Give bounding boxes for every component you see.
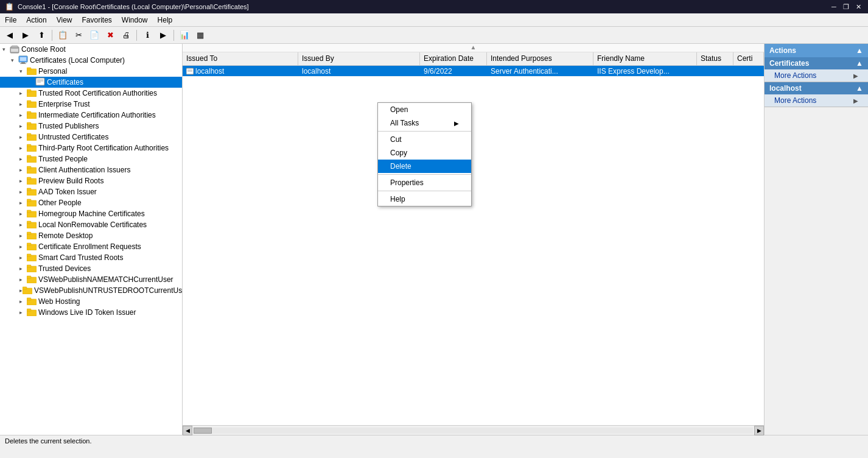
tree-expand-arrow[interactable]: ▾ xyxy=(2,46,10,52)
main-area: ▾Console Root▾Certificates (Local Comput… xyxy=(0,44,868,435)
col-header-2[interactable]: Expiration Date xyxy=(420,52,487,65)
tree-expand-arrow[interactable]: ▾ xyxy=(19,68,27,74)
tree-expand-arrow[interactable]: ▸ xyxy=(19,200,27,206)
tree-expand-arrow[interactable]: ▸ xyxy=(19,244,27,250)
tree-expand-arrow[interactable]: ▸ xyxy=(19,101,27,107)
scroll-right-btn[interactable]: ▶ xyxy=(754,426,764,435)
menu-action[interactable]: Action xyxy=(21,13,51,26)
tree-expand-arrow[interactable]: ▸ xyxy=(19,123,27,129)
tree-item-5[interactable]: ▸Enterprise Trust xyxy=(0,99,182,110)
context-menu-item-open[interactable]: Open xyxy=(378,103,471,116)
menu-file[interactable]: File xyxy=(0,13,21,26)
tree-item-10[interactable]: ▸Trusted People xyxy=(0,153,182,164)
minimize-button[interactable]: ─ xyxy=(829,2,839,12)
tree-item-24[interactable]: ▸Windows Live ID Token Issuer xyxy=(0,307,182,318)
table-cell-0-6 xyxy=(733,70,764,72)
toolbar-cut[interactable]: ✂ xyxy=(71,29,86,42)
toolbar-paste[interactable]: 📄 xyxy=(87,29,102,42)
tree-expand-arrow[interactable]: ▸ xyxy=(19,266,27,272)
tree-expand-arrow[interactable]: ▸ xyxy=(19,90,27,96)
toolbar-properties[interactable]: ℹ xyxy=(140,29,155,42)
tree-item-9[interactable]: ▸Third-Party Root Certification Authorit… xyxy=(0,143,182,153)
tree-expand-arrow[interactable]: ▸ xyxy=(19,298,27,305)
tree-item-22[interactable]: ▸VSWebPublishUNTRUSTEDROOTCurrentUs xyxy=(0,285,182,296)
tree-expand-arrow[interactable]: ▸ xyxy=(19,178,27,184)
col-header-0[interactable]: Issued To xyxy=(183,52,298,65)
toolbar-options[interactable]: ▦ xyxy=(193,29,208,42)
tree-item-16[interactable]: ▸Local NonRemovable Certificates xyxy=(0,219,182,230)
col-header-5[interactable]: Status xyxy=(697,52,733,65)
tree-item-21[interactable]: ▸VSWebPublishNAMEMATCHCurrentUser xyxy=(0,274,182,285)
toolbar-up[interactable]: ⬆ xyxy=(34,29,49,42)
tree-item-0[interactable]: ▾Console Root xyxy=(0,44,182,55)
col-header-1[interactable]: Issued By xyxy=(298,52,420,65)
close-button[interactable]: ✕ xyxy=(853,2,863,12)
scroll-thumb[interactable] xyxy=(194,428,212,434)
tree-expand-arrow[interactable]: ▸ xyxy=(19,134,27,140)
toolbar-show-hide[interactable]: 📊 xyxy=(177,29,192,42)
menu-favorites[interactable]: Favorites xyxy=(77,13,117,26)
toolbar-delete[interactable]: ✖ xyxy=(103,29,117,42)
tree-expand-arrow[interactable]: ▸ xyxy=(19,222,27,228)
tree-item-3[interactable]: Certificates xyxy=(0,77,182,88)
tree-expand-arrow[interactable]: ▸ xyxy=(19,211,27,217)
menu-view[interactable]: View xyxy=(52,13,77,26)
context-menu: OpenAll Tasks▶CutCopyDeletePropertiesHel… xyxy=(377,102,472,206)
tree-item-4[interactable]: ▸Trusted Root Certification Authorities xyxy=(0,88,182,99)
tree-item-18[interactable]: ▸Certificate Enrollment Requests xyxy=(0,241,182,252)
more-actions-cert[interactable]: More Actions ▶ xyxy=(765,69,868,82)
col-header-4[interactable]: Friendly Name xyxy=(593,52,697,65)
context-menu-item-copy[interactable]: Copy xyxy=(378,146,471,160)
tree-item-13[interactable]: ▸AAD Token Issuer xyxy=(0,186,182,197)
tree-item-12[interactable]: ▸Preview Build Roots xyxy=(0,175,182,186)
table-cell-0-2: 9/6/2022 xyxy=(420,66,487,77)
tree-expand-arrow[interactable]: ▸ xyxy=(19,277,27,283)
context-menu-item-all-tasks[interactable]: All Tasks▶ xyxy=(378,116,471,130)
restore-button[interactable]: ❐ xyxy=(841,2,851,12)
svg-rect-26 xyxy=(27,155,31,158)
toolbar-copy[interactable]: 📋 xyxy=(55,29,70,42)
tree-item-2[interactable]: ▾Personal xyxy=(0,66,182,77)
scroll-left-btn[interactable]: ◀ xyxy=(183,426,192,435)
context-menu-item-delete[interactable]: Delete xyxy=(378,160,471,173)
table-row[interactable]: localhostlocalhost9/6/2022Server Authent… xyxy=(183,66,764,77)
horizontal-scrollbar[interactable]: ◀ ▶ xyxy=(183,425,764,435)
folder-icon xyxy=(27,275,37,285)
actions-title: Actions xyxy=(769,46,796,55)
tree-expand-arrow[interactable]: ▸ xyxy=(19,145,27,151)
tree-expand-arrow[interactable]: ▾ xyxy=(11,57,18,63)
tree-expand-arrow[interactable]: ▸ xyxy=(19,309,27,315)
context-menu-item-cut[interactable]: Cut xyxy=(378,133,471,146)
folder-icon xyxy=(27,220,37,230)
context-menu-item-help[interactable]: Help xyxy=(378,192,471,206)
tree-item-17[interactable]: ▸Remote Desktop xyxy=(0,230,182,241)
tree-expand-arrow[interactable]: ▸ xyxy=(19,233,27,239)
tree-item-23[interactable]: ▸Web Hosting xyxy=(0,296,182,307)
tree-item-20[interactable]: ▸Trusted Devices xyxy=(0,263,182,274)
tree-expand-arrow[interactable]: ▸ xyxy=(19,112,27,118)
more-actions-localhost[interactable]: More Actions ▶ xyxy=(765,94,868,107)
tree-item-6[interactable]: ▸Intermediate Certification Authorities xyxy=(0,110,182,121)
tree-item-15[interactable]: ▸Homegroup Machine Certificates xyxy=(0,208,182,219)
tree-item-8[interactable]: ▸Untrusted Certificates xyxy=(0,132,182,143)
tree-item-11[interactable]: ▸Client Authentication Issuers xyxy=(0,164,182,175)
col-header-6[interactable]: Certi xyxy=(733,52,764,65)
menu-help[interactable]: Help xyxy=(153,13,178,26)
toolbar-print[interactable]: 🖨 xyxy=(119,29,133,42)
context-menu-item-properties[interactable]: Properties xyxy=(378,176,471,189)
tree-item-7[interactable]: ▸Trusted Publishers xyxy=(0,121,182,132)
tree-item-19[interactable]: ▸Smart Card Trusted Roots xyxy=(0,252,182,263)
tree-expand-arrow[interactable]: ▸ xyxy=(19,189,27,195)
toolbar-back[interactable]: ◀ xyxy=(2,29,17,42)
tree-expand-arrow[interactable]: ▸ xyxy=(19,255,27,261)
scroll-track[interactable] xyxy=(194,428,753,434)
tree-expand-arrow[interactable]: ▸ xyxy=(19,167,27,173)
col-header-3[interactable]: Intended Purposes xyxy=(487,52,593,65)
toolbar-forward[interactable]: ▶ xyxy=(18,29,33,42)
tree-item-1[interactable]: ▾Certificates (Local Computer) xyxy=(0,55,182,66)
tree-item-14[interactable]: ▸Other People xyxy=(0,197,182,208)
toolbar-run[interactable]: ▶ xyxy=(156,29,170,42)
toolbar-sep2 xyxy=(136,30,137,41)
menu-window[interactable]: Window xyxy=(117,13,153,26)
tree-expand-arrow[interactable]: ▸ xyxy=(19,156,27,162)
